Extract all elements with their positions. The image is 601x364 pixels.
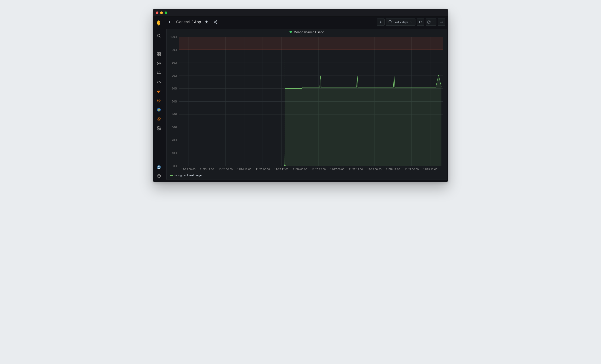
- svg-text:11/26 00:00: 11/26 00:00: [293, 168, 307, 171]
- sidebar: [153, 17, 165, 182]
- heart-icon: [289, 30, 292, 34]
- svg-text:11/28 00:00: 11/28 00:00: [367, 168, 381, 171]
- app-root: General / App: [153, 17, 448, 182]
- sidebar-item-profile[interactable]: [153, 163, 165, 172]
- sidebar-item-pyramid[interactable]: [153, 115, 165, 123]
- sidebar-item-alerting[interactable]: [153, 68, 165, 77]
- panel-title-bar[interactable]: Mongo Volume Usage: [167, 29, 447, 36]
- cycle-view-button[interactable]: [438, 19, 445, 26]
- svg-text:11/25 12:00: 11/25 12:00: [274, 168, 288, 171]
- svg-text:90%: 90%: [172, 48, 177, 52]
- svg-rect-3: [157, 55, 159, 56]
- breadcrumb-sep: /: [191, 20, 193, 24]
- svg-rect-2: [159, 53, 161, 54]
- svg-point-13: [214, 22, 215, 22]
- svg-text:100%: 100%: [170, 36, 177, 38]
- svg-text:11/24 12:00: 11/24 12:00: [237, 168, 251, 171]
- star-icon[interactable]: [203, 19, 210, 25]
- svg-text:20%: 20%: [172, 138, 177, 142]
- svg-text:11/28 12:00: 11/28 12:00: [386, 168, 400, 171]
- svg-text:0%: 0%: [173, 164, 177, 168]
- svg-text:11/29 12:00: 11/29 12:00: [423, 168, 437, 171]
- share-icon[interactable]: [212, 19, 219, 25]
- legend-swatch: [170, 175, 173, 176]
- zoom-out-button[interactable]: [417, 19, 424, 26]
- time-range-picker[interactable]: Last 7 days: [386, 19, 416, 26]
- svg-text:40%: 40%: [172, 113, 177, 116]
- traffic-lights: [156, 11, 167, 14]
- svg-text:50%: 50%: [172, 100, 177, 103]
- main-area: General / App: [165, 17, 448, 182]
- sidebar-item-bolt[interactable]: [153, 87, 165, 96]
- sidebar-item-search[interactable]: [153, 31, 165, 40]
- svg-point-12: [216, 20, 217, 21]
- svg-rect-72: [443, 36, 445, 172]
- svg-point-15: [380, 22, 381, 22]
- refresh-button[interactable]: [426, 19, 436, 26]
- chart-svg: 0%10%20%30%40%50%60%70%80%90%100%11/23 0…: [168, 36, 445, 172]
- window-minimize-button[interactable]: [160, 11, 163, 14]
- svg-rect-1: [157, 53, 159, 54]
- svg-text:11/29 00:00: 11/29 00:00: [405, 168, 419, 171]
- breadcrumb-folder: General: [176, 20, 190, 24]
- sidebar-item-configuration[interactable]: [153, 124, 165, 133]
- panel-title: Mongo Volume Usage: [294, 30, 324, 34]
- grafana-logo-icon[interactable]: [156, 20, 162, 26]
- sidebar-item-explore[interactable]: [153, 59, 165, 68]
- panel-container: Mongo Volume Usage 0%10%20%30%40%50%60%7…: [165, 27, 448, 182]
- svg-text:11/25 00:00: 11/25 00:00: [256, 168, 270, 171]
- chart-area[interactable]: 0%10%20%30%40%50%60%70%80%90%100%11/23 0…: [167, 36, 447, 172]
- dashboard-settings-button[interactable]: [377, 19, 385, 26]
- mac-titlebar: [153, 9, 448, 17]
- svg-text:60%: 60%: [172, 87, 177, 90]
- svg-text:70%: 70%: [172, 74, 177, 77]
- topbar: General / App: [165, 17, 448, 27]
- clock-icon: [388, 20, 392, 24]
- legend-label: mongo.volumeUsage: [175, 174, 202, 177]
- svg-rect-4: [159, 55, 161, 56]
- chart-legend[interactable]: mongo.volumeUsage: [167, 172, 447, 180]
- svg-text:30%: 30%: [172, 125, 177, 129]
- svg-text:11/27 00:00: 11/27 00:00: [330, 168, 344, 171]
- chevron-down-icon: [410, 20, 413, 24]
- mac-window: General / App: [153, 9, 448, 182]
- breadcrumb-page: App: [194, 20, 201, 24]
- window-close-button[interactable]: [156, 11, 158, 14]
- time-range-label: Last 7 days: [394, 20, 408, 24]
- breadcrumb[interactable]: General / App: [176, 20, 201, 24]
- svg-rect-18: [440, 21, 443, 23]
- svg-text:11/24 00:00: 11/24 00:00: [219, 168, 232, 171]
- window-maximize-button[interactable]: [165, 11, 167, 14]
- svg-rect-69: [179, 37, 443, 50]
- chevron-down-icon: [432, 20, 435, 24]
- svg-text:80%: 80%: [172, 61, 177, 65]
- sidebar-item-help[interactable]: [153, 172, 165, 180]
- sidebar-item-dashboards[interactable]: [153, 50, 165, 59]
- svg-point-5: [157, 62, 161, 65]
- svg-text:10%: 10%: [172, 151, 177, 155]
- svg-point-0: [157, 34, 160, 37]
- sidebar-item-ai[interactable]: [153, 96, 165, 105]
- svg-text:11/26 12:00: 11/26 12:00: [311, 168, 326, 171]
- svg-text:11/23 00:00: 11/23 00:00: [181, 168, 195, 171]
- svg-point-8: [158, 128, 160, 129]
- svg-text:11/27 12:00: 11/27 12:00: [349, 168, 363, 171]
- svg-point-10: [158, 166, 160, 167]
- sidebar-item-create[interactable]: [153, 40, 165, 49]
- back-button[interactable]: [167, 19, 174, 25]
- svg-point-14: [216, 23, 217, 24]
- sidebar-item-globe[interactable]: [153, 105, 165, 114]
- svg-text:11/23 12:00: 11/23 12:00: [200, 168, 214, 171]
- panel: Mongo Volume Usage 0%10%20%30%40%50%60%7…: [166, 29, 447, 180]
- sidebar-item-cloud[interactable]: [153, 77, 165, 86]
